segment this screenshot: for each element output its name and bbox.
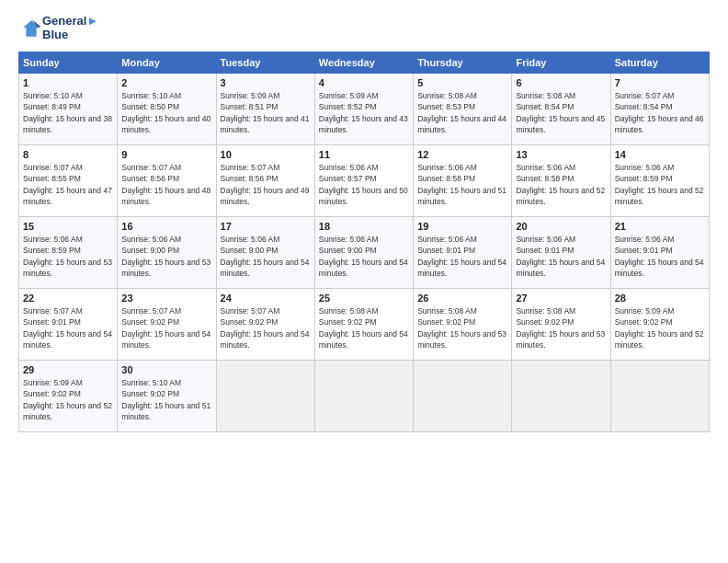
day-number: 24 [221,293,311,304]
calendar-day-cell: 29Sunrise: 5:09 AMSunset: 9:02 PMDayligh… [19,360,118,431]
day-info: Sunrise: 5:10 AMSunset: 9:02 PMDaylight:… [121,377,211,422]
calendar-day-cell: 26Sunrise: 5:08 AMSunset: 9:02 PMDayligh… [414,288,512,360]
calendar-day-cell [414,360,512,431]
day-info: Sunrise: 5:09 AMSunset: 9:02 PMDaylight:… [615,305,705,350]
day-number: 15 [23,221,113,232]
calendar-day-cell [610,360,709,431]
logo: General►Blue [18,15,98,42]
logo-icon [20,17,42,40]
day-info: Sunrise: 5:06 AMSunset: 9:01 PMDaylight:… [615,234,705,279]
day-number: 22 [23,293,113,304]
day-number: 10 [221,149,311,160]
calendar-day-cell: 28Sunrise: 5:09 AMSunset: 9:02 PMDayligh… [610,288,709,360]
day-number: 30 [121,364,211,375]
day-number: 29 [23,364,113,375]
day-number: 16 [121,221,211,232]
day-info: Sunrise: 5:07 AMSunset: 9:01 PMDaylight:… [23,305,113,350]
day-number: 20 [516,221,606,232]
day-number: 21 [615,221,705,232]
calendar-day-cell: 15Sunrise: 5:06 AMSunset: 8:59 PMDayligh… [19,216,118,288]
day-number: 5 [417,77,507,88]
calendar-day-cell: 13Sunrise: 5:06 AMSunset: 8:58 PMDayligh… [512,144,610,216]
calendar-day-cell: 11Sunrise: 5:06 AMSunset: 8:57 PMDayligh… [314,144,413,216]
day-info: Sunrise: 5:08 AMSunset: 8:54 PMDaylight:… [516,90,606,135]
day-number: 28 [615,293,705,304]
calendar-day-cell: 5Sunrise: 5:08 AMSunset: 8:53 PMDaylight… [414,73,512,144]
day-number: 26 [417,293,507,304]
day-number: 6 [516,77,606,88]
calendar-day-cell: 4Sunrise: 5:09 AMSunset: 8:52 PMDaylight… [314,73,413,144]
weekday-header-cell: Saturday [610,52,709,73]
day-info: Sunrise: 5:08 AMSunset: 9:02 PMDaylight:… [516,305,606,350]
calendar-day-cell [216,360,314,431]
calendar-table: SundayMondayTuesdayWednesdayThursdayFrid… [18,52,710,432]
calendar-day-cell: 1Sunrise: 5:10 AMSunset: 8:49 PMDaylight… [19,73,118,144]
day-info: Sunrise: 5:07 AMSunset: 9:02 PMDaylight:… [221,305,311,350]
day-info: Sunrise: 5:06 AMSunset: 8:57 PMDaylight:… [319,162,409,207]
day-number: 3 [221,77,311,88]
svg-marker-0 [23,20,40,37]
calendar-week-row: 1Sunrise: 5:10 AMSunset: 8:49 PMDaylight… [19,73,710,144]
calendar-day-cell: 2Sunrise: 5:10 AMSunset: 8:50 PMDaylight… [118,73,216,144]
calendar-day-cell: 10Sunrise: 5:07 AMSunset: 8:56 PMDayligh… [216,144,314,216]
day-number: 7 [615,77,705,88]
day-info: Sunrise: 5:07 AMSunset: 8:56 PMDaylight:… [121,162,211,207]
calendar-week-row: 15Sunrise: 5:06 AMSunset: 8:59 PMDayligh… [19,216,710,288]
day-info: Sunrise: 5:08 AMSunset: 9:02 PMDaylight:… [319,305,409,350]
calendar-page: General►Blue SundayMondayTuesdayWednesda… [0,0,728,563]
day-number: 4 [319,77,409,88]
weekday-header-cell: Sunday [19,52,118,73]
day-info: Sunrise: 5:06 AMSunset: 9:00 PMDaylight:… [221,234,311,279]
calendar-day-cell: 21Sunrise: 5:06 AMSunset: 9:01 PMDayligh… [610,216,709,288]
weekday-header-cell: Tuesday [216,52,314,73]
day-number: 19 [417,221,507,232]
calendar-day-cell: 6Sunrise: 5:08 AMSunset: 8:54 PMDaylight… [512,73,610,144]
logo-text: General►Blue [42,15,98,42]
calendar-week-row: 22Sunrise: 5:07 AMSunset: 9:01 PMDayligh… [19,288,710,360]
calendar-day-cell: 8Sunrise: 5:07 AMSunset: 8:55 PMDaylight… [19,144,118,216]
calendar-day-cell: 12Sunrise: 5:06 AMSunset: 8:58 PMDayligh… [414,144,512,216]
day-info: Sunrise: 5:06 AMSunset: 8:59 PMDaylight:… [615,162,705,207]
calendar-day-cell: 7Sunrise: 5:07 AMSunset: 8:54 PMDaylight… [610,73,709,144]
day-number: 27 [516,293,606,304]
calendar-day-cell: 9Sunrise: 5:07 AMSunset: 8:56 PMDaylight… [118,144,216,216]
day-info: Sunrise: 5:06 AMSunset: 8:59 PMDaylight:… [23,234,113,279]
calendar-day-cell: 30Sunrise: 5:10 AMSunset: 9:02 PMDayligh… [118,360,216,431]
day-info: Sunrise: 5:07 AMSunset: 8:54 PMDaylight:… [615,90,705,135]
day-info: Sunrise: 5:06 AMSunset: 9:01 PMDaylight:… [516,234,606,279]
day-info: Sunrise: 5:06 AMSunset: 8:58 PMDaylight:… [516,162,606,207]
weekday-header-cell: Wednesday [314,52,413,73]
day-number: 12 [417,149,507,160]
calendar-day-cell: 18Sunrise: 5:06 AMSunset: 9:00 PMDayligh… [314,216,413,288]
calendar-day-cell: 19Sunrise: 5:06 AMSunset: 9:01 PMDayligh… [414,216,512,288]
calendar-day-cell: 16Sunrise: 5:06 AMSunset: 9:00 PMDayligh… [118,216,216,288]
calendar-day-cell: 27Sunrise: 5:08 AMSunset: 9:02 PMDayligh… [512,288,610,360]
day-info: Sunrise: 5:07 AMSunset: 8:56 PMDaylight:… [221,162,311,207]
weekday-header-cell: Thursday [414,52,512,73]
weekday-header-cell: Friday [512,52,610,73]
day-info: Sunrise: 5:09 AMSunset: 8:51 PMDaylight:… [221,90,311,135]
calendar-day-cell: 24Sunrise: 5:07 AMSunset: 9:02 PMDayligh… [216,288,314,360]
day-info: Sunrise: 5:06 AMSunset: 9:00 PMDaylight:… [121,234,211,279]
day-number: 18 [319,221,409,232]
day-number: 1 [23,77,113,88]
day-number: 11 [319,149,409,160]
day-info: Sunrise: 5:07 AMSunset: 9:02 PMDaylight:… [121,305,211,350]
calendar-day-cell: 14Sunrise: 5:06 AMSunset: 8:59 PMDayligh… [610,144,709,216]
day-number: 23 [121,293,211,304]
day-info: Sunrise: 5:08 AMSunset: 8:53 PMDaylight:… [417,90,507,135]
header: General►Blue [18,15,710,42]
calendar-week-row: 8Sunrise: 5:07 AMSunset: 8:55 PMDaylight… [19,144,710,216]
weekday-header-row: SundayMondayTuesdayWednesdayThursdayFrid… [19,52,710,73]
calendar-day-cell: 22Sunrise: 5:07 AMSunset: 9:01 PMDayligh… [19,288,118,360]
day-info: Sunrise: 5:08 AMSunset: 9:02 PMDaylight:… [417,305,507,350]
weekday-header-cell: Monday [118,52,216,73]
calendar-day-cell: 20Sunrise: 5:06 AMSunset: 9:01 PMDayligh… [512,216,610,288]
calendar-week-row: 29Sunrise: 5:09 AMSunset: 9:02 PMDayligh… [19,360,710,431]
calendar-day-cell: 17Sunrise: 5:06 AMSunset: 9:00 PMDayligh… [216,216,314,288]
calendar-day-cell [512,360,610,431]
day-info: Sunrise: 5:06 AMSunset: 9:01 PMDaylight:… [417,234,507,279]
calendar-day-cell: 3Sunrise: 5:09 AMSunset: 8:51 PMDaylight… [216,73,314,144]
day-number: 2 [121,77,211,88]
day-info: Sunrise: 5:06 AMSunset: 8:58 PMDaylight:… [417,162,507,207]
